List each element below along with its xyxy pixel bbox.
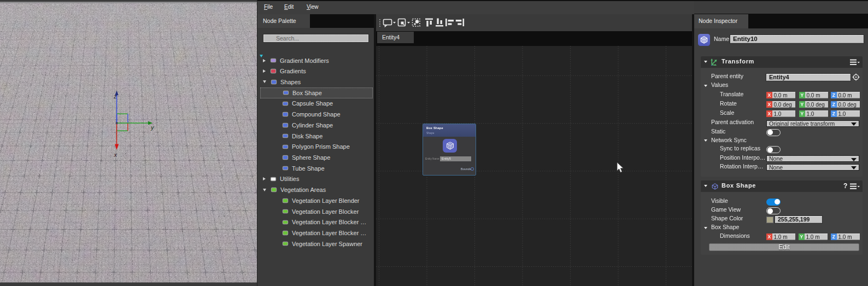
svg-text:x: x: [114, 151, 118, 158]
svg-text:z: z: [113, 93, 117, 100]
svg-text:y: y: [150, 124, 155, 131]
